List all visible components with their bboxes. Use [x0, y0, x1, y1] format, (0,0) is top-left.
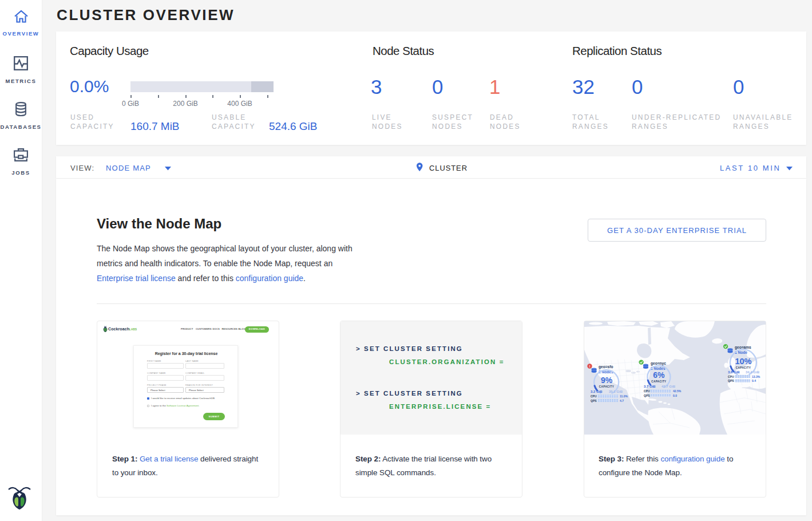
svg-text:QPS: QPS [728, 379, 734, 382]
svg-text:QPS: QPS [644, 394, 650, 397]
svg-text:QPS: QPS [591, 399, 597, 402]
svg-text:9%: 9% [601, 376, 613, 385]
svg-text:CPU: CPU [728, 375, 734, 378]
svg-text:3.7 GiB: 3.7 GiB [644, 385, 656, 388]
svg-text:4.7: 4.7 [620, 399, 624, 402]
svg-text:3.6 GiB: 3.6 GiB [728, 370, 740, 374]
svg-text:CAPACITY: CAPACITY [651, 380, 666, 383]
svg-text:CAPACITY: CAPACITY [736, 366, 751, 369]
svg-text:CPU: CPU [644, 389, 650, 393]
svg-text:CAPACITY: CAPACITY [599, 385, 614, 388]
svg-text:42.5%: 42.5% [673, 389, 682, 393]
svg-text:geo=sfo: geo=sfo [599, 365, 613, 369]
svg-text:3.2 GiB: 3.2 GiB [591, 390, 603, 393]
svg-text:!: ! [589, 365, 591, 368]
svg-text:35.1 GiB: 35.1 GiB [609, 390, 623, 393]
svg-text:CPU: CPU [591, 394, 597, 398]
svg-text:0.0: 0.0 [673, 394, 677, 397]
svg-text:6%: 6% [653, 370, 665, 380]
svg-text:geo=nyc: geo=nyc [651, 361, 666, 366]
svg-text:34.4 GiB: 34.4 GiB [746, 370, 760, 374]
svg-text:43.7 GiB: 43.7 GiB [662, 385, 676, 388]
svg-text:13.3%: 13.3% [752, 375, 760, 378]
svg-text:10%: 10% [735, 357, 751, 366]
svg-text:11.0%: 11.0% [620, 394, 628, 398]
svg-text:0.4: 0.4 [752, 379, 756, 382]
